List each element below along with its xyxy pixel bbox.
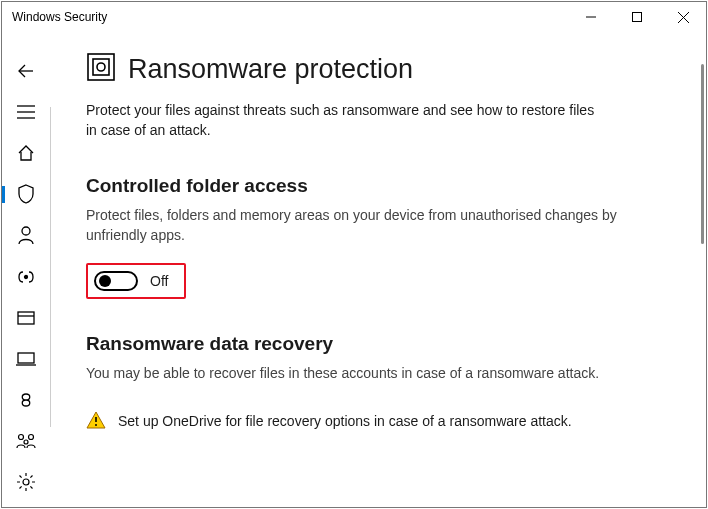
onedrive-text: Set up OneDrive for file recovery option… (118, 411, 572, 431)
nav-settings[interactable] (6, 464, 46, 501)
svg-point-20 (97, 63, 105, 71)
titlebar: Windows Security (2, 2, 706, 32)
nav-home[interactable] (6, 134, 46, 171)
onedrive-setup-row[interactable]: Set up OneDrive for file recovery option… (86, 411, 664, 433)
svg-rect-19 (93, 59, 109, 75)
controlled-folder-toggle-row: Off (86, 263, 186, 299)
back-button[interactable] (6, 52, 46, 89)
controlled-folder-description: Protect files, folders and memory areas … (86, 205, 626, 246)
nav-app-browser-control[interactable] (6, 299, 46, 336)
hamburger-menu[interactable] (6, 93, 46, 130)
nav-device-security[interactable] (6, 340, 46, 377)
svg-rect-12 (18, 353, 34, 363)
page-description: Protect your files against threats such … (86, 100, 606, 141)
svg-point-16 (24, 440, 28, 444)
window-title: Windows Security (12, 10, 107, 24)
windows-security-window: Windows Security (1, 1, 707, 508)
nav-virus-protection[interactable] (6, 176, 46, 213)
ransomware-icon (86, 52, 116, 86)
main-content: Ransomware protection Protect your files… (50, 32, 706, 507)
svg-point-9 (25, 275, 28, 278)
close-button[interactable] (660, 2, 706, 32)
svg-rect-10 (18, 312, 34, 324)
scrollbar[interactable] (701, 64, 704, 244)
nav-family-options[interactable] (6, 423, 46, 460)
controlled-folder-heading: Controlled folder access (86, 175, 664, 197)
nav-device-performance[interactable] (6, 382, 46, 419)
nav-firewall[interactable] (6, 258, 46, 295)
page-title: Ransomware protection (128, 54, 413, 85)
maximize-button[interactable] (614, 2, 660, 32)
svg-point-14 (19, 435, 24, 440)
svg-point-15 (29, 435, 34, 440)
toggle-state-label: Off (150, 273, 168, 289)
nav-account-protection[interactable] (6, 217, 46, 254)
minimize-button[interactable] (568, 2, 614, 32)
warning-icon (86, 411, 106, 433)
svg-point-23 (95, 424, 97, 426)
svg-point-8 (22, 227, 30, 235)
data-recovery-description: You may be able to recover files in thes… (86, 363, 626, 383)
svg-rect-1 (633, 13, 642, 22)
data-recovery-heading: Ransomware data recovery (86, 333, 664, 355)
nav-column (2, 32, 50, 507)
svg-rect-18 (88, 54, 114, 80)
svg-point-17 (23, 479, 29, 485)
controlled-folder-toggle[interactable] (94, 271, 138, 291)
toggle-knob (99, 275, 111, 287)
